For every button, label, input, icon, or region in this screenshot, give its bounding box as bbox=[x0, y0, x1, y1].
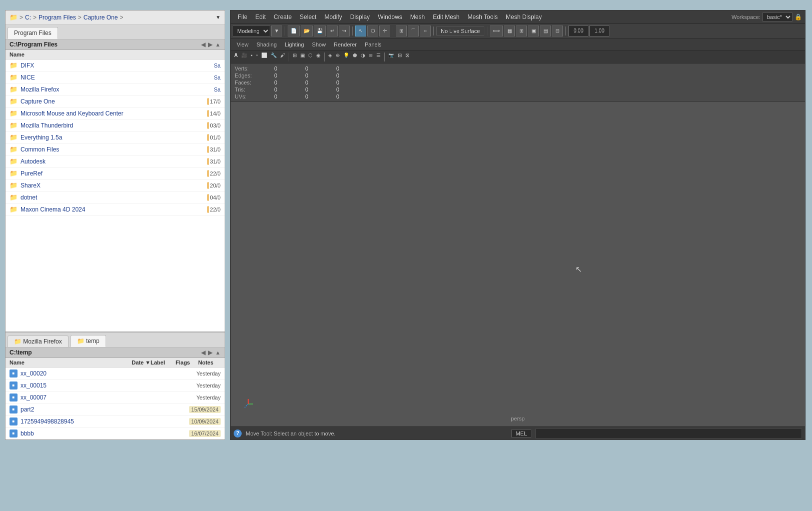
lower-col-name[interactable]: Name bbox=[10, 360, 111, 366]
lower-nav-forward[interactable]: ▶ bbox=[208, 350, 212, 356]
menu-modify[interactable]: Modify bbox=[320, 12, 346, 22]
vp-btn-mode3[interactable]: ⬜ bbox=[260, 52, 269, 62]
vp-btn-paint[interactable]: 🖌 bbox=[279, 52, 287, 62]
breadcrumb-program-files[interactable]: Program Files bbox=[39, 14, 76, 21]
tb2[interactable]: ⊞ bbox=[516, 26, 527, 36]
vp-btn-shaded[interactable]: ▣ bbox=[299, 52, 306, 62]
list-item[interactable]: 📁 Microsoft Mouse and Keyboard Center 14… bbox=[6, 108, 225, 120]
tb5[interactable]: ⊟ bbox=[552, 26, 563, 36]
nav-up-btn[interactable]: ▲ bbox=[215, 42, 221, 48]
list-item[interactable]: 📁 Mozilla Firefox Sa bbox=[6, 84, 225, 96]
list-item[interactable]: ■ part2 15/09/2024 bbox=[6, 404, 225, 416]
menu-mesh[interactable]: Mesh bbox=[406, 12, 429, 22]
vp-btn-grid[interactable]: ⊞ bbox=[291, 52, 298, 62]
snap-curve-btn[interactable]: ⌒ bbox=[408, 26, 419, 36]
tab-temp[interactable]: 📁 temp bbox=[71, 335, 106, 347]
vp-menu-view[interactable]: View bbox=[233, 40, 253, 48]
save-btn[interactable]: 💾 bbox=[314, 26, 326, 36]
tb3[interactable]: ▣ bbox=[528, 26, 539, 36]
toolbar-dropdown-btn[interactable]: ▼ bbox=[271, 26, 282, 36]
new-scene-btn[interactable]: 📄 bbox=[288, 26, 300, 36]
menu-edit-mesh[interactable]: Edit Mesh bbox=[429, 12, 463, 22]
mel-button[interactable]: MEL bbox=[511, 430, 532, 438]
vp-btn-mode1[interactable]: ▪ bbox=[249, 52, 254, 62]
vp-menu-lighting[interactable]: Lighting bbox=[281, 40, 308, 48]
list-item[interactable]: ■ xx_00015 Yesterday bbox=[6, 380, 225, 392]
vp-btn-wire[interactable]: ⬡ bbox=[307, 52, 314, 62]
menu-mesh-display[interactable]: Mesh Display bbox=[502, 12, 546, 22]
mode-select[interactable]: Modeling bbox=[233, 26, 270, 36]
redo-btn[interactable]: ↪ bbox=[339, 26, 350, 36]
vp-menu-renderer[interactable]: Renderer bbox=[330, 40, 361, 48]
col-name-header[interactable]: Name bbox=[10, 52, 221, 58]
list-item[interactable]: 📁 Maxon Cinema 4D 2024 22/0 bbox=[6, 204, 225, 216]
list-item[interactable]: 📁 Mozilla Thunderbird 03/0 bbox=[6, 120, 225, 132]
menu-display[interactable]: Display bbox=[346, 12, 374, 22]
viewport-3d[interactable]: persp ↖ bbox=[231, 102, 805, 426]
list-item[interactable]: 📁 dotnet 04/0 bbox=[6, 192, 225, 204]
vp-btn-shadows[interactable]: ⬟ bbox=[351, 52, 359, 62]
list-item[interactable]: 📁 Capture One 17/0 bbox=[6, 96, 225, 108]
vp-menu-show[interactable]: Show bbox=[308, 40, 330, 48]
vp-btn-cam[interactable]: 🎥 bbox=[240, 52, 249, 62]
list-item[interactable]: 📁 Common Files 31/0 bbox=[6, 144, 225, 156]
vp-btn-cam2[interactable]: 📷 bbox=[387, 52, 396, 62]
tab-program-files[interactable]: Program Files bbox=[8, 27, 58, 39]
list-item[interactable]: 📁 NICE Sa bbox=[6, 72, 225, 84]
tab-mozilla-firefox[interactable]: 📁 Mozilla Firefox bbox=[8, 336, 69, 347]
lower-col-notes[interactable]: Notes bbox=[198, 360, 221, 366]
vp-btn-xray[interactable]: ◉ bbox=[315, 52, 322, 62]
undo-btn[interactable]: ↩ bbox=[327, 26, 338, 36]
list-item[interactable]: ■ xx_00007 Yesterday bbox=[6, 392, 225, 404]
vp-btn-snap[interactable]: 🔧 bbox=[269, 52, 278, 62]
menu-mesh-tools[interactable]: Mesh Tools bbox=[464, 12, 502, 22]
list-item[interactable]: ■ xx_00020 Yesterday bbox=[6, 368, 225, 380]
lower-nav-back[interactable]: ◀ bbox=[201, 350, 205, 356]
vp-btn-lights[interactable]: 💡 bbox=[342, 52, 351, 62]
tb1[interactable]: ▦ bbox=[504, 26, 515, 36]
vp-btn-select-manip[interactable]: ⊕ bbox=[334, 52, 341, 62]
nav-forward-btn[interactable]: ▶ bbox=[208, 42, 212, 48]
tb4[interactable]: ▤ bbox=[540, 26, 551, 36]
list-item[interactable]: 📁 Autodesk 31/0 bbox=[6, 156, 225, 168]
workspace-select[interactable]: basic* bbox=[762, 12, 792, 22]
lower-col-date[interactable]: Date ▼ bbox=[111, 360, 151, 366]
vp-btn-ao[interactable]: ◑ bbox=[359, 52, 367, 62]
list-item[interactable]: ■ 1725949498828945 10/09/2024 bbox=[6, 416, 225, 428]
move-btn[interactable]: ✛ bbox=[379, 26, 390, 36]
list-item[interactable]: 📁 ShareX 20/0 bbox=[6, 180, 225, 192]
vp-btn-layout[interactable]: ⊟ bbox=[396, 52, 403, 62]
nav-back-btn[interactable]: ◀ bbox=[201, 42, 205, 48]
breadcrumb-dropdown[interactable]: ▼ bbox=[216, 14, 221, 20]
mel-input[interactable] bbox=[535, 428, 802, 438]
select-tool-btn[interactable]: ↖ bbox=[355, 26, 366, 36]
breadcrumb-capture-one[interactable]: Capture One bbox=[84, 14, 118, 21]
snap-grid-btn[interactable]: ⊞ bbox=[396, 26, 407, 36]
lower-nav-up[interactable]: ▲ bbox=[215, 350, 221, 356]
verts-v2: 0 bbox=[292, 66, 322, 72]
breadcrumb-c[interactable]: C: bbox=[25, 14, 31, 21]
menu-file[interactable]: File bbox=[234, 12, 251, 22]
vp-btn-isolate[interactable]: ◈ bbox=[327, 52, 334, 62]
list-item[interactable]: ■ bbbb 16/07/2024 bbox=[6, 428, 225, 440]
list-item[interactable]: 📁 DIFX Sa bbox=[6, 60, 225, 72]
vp-btn-mode2[interactable]: ▫ bbox=[255, 52, 260, 62]
lasso-btn[interactable]: ⬡ bbox=[367, 26, 378, 36]
snap-point-btn[interactable]: ○ bbox=[420, 26, 431, 36]
vp-btn-motion[interactable]: ≋ bbox=[367, 52, 374, 62]
lower-col-flags[interactable]: Flags bbox=[176, 360, 198, 366]
vp-btn-a[interactable]: A bbox=[233, 52, 239, 62]
menu-create[interactable]: Create bbox=[270, 12, 296, 22]
list-item[interactable]: 📁 PureRef 22/0 bbox=[6, 168, 225, 180]
open-btn[interactable]: 📂 bbox=[301, 26, 313, 36]
symmetry-btn[interactable]: ⟺ bbox=[490, 26, 503, 36]
vp-menu-shading[interactable]: Shading bbox=[253, 40, 281, 48]
lower-col-label[interactable]: Label bbox=[151, 360, 176, 366]
menu-windows[interactable]: Windows bbox=[374, 12, 406, 22]
menu-select[interactable]: Select bbox=[296, 12, 320, 22]
menu-edit[interactable]: Edit bbox=[251, 12, 270, 22]
vp-btn-hud[interactable]: ☰ bbox=[375, 52, 382, 62]
vp-menu-panels[interactable]: Panels bbox=[361, 40, 386, 48]
vp-btn-fit[interactable]: ⊠ bbox=[404, 52, 411, 62]
list-item[interactable]: 📁 Everything 1.5a 01/0 bbox=[6, 132, 225, 144]
